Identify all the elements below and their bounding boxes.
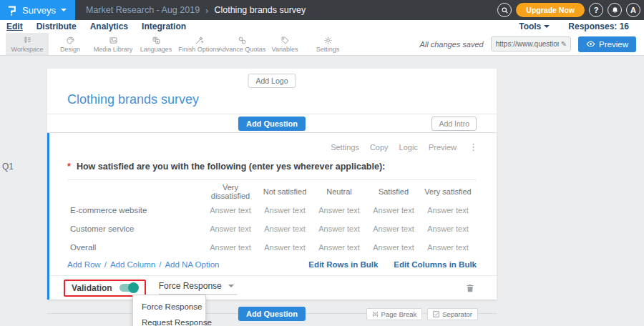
separator-label: Separator [442, 310, 472, 318]
survey-title[interactable]: Clothing brands survey [67, 92, 199, 107]
answer-cell[interactable]: Answer text [421, 224, 475, 233]
survey-url-field: ✎ [491, 36, 571, 51]
toolbar-item-languages[interactable]: Languages [135, 33, 177, 55]
question-number: Q1 [2, 162, 14, 172]
validation-row: Validation Force Response [49, 275, 497, 300]
top-bar: Surveys Market Research - Aug 2019 › Clo… [0, 0, 644, 20]
upgrade-now-button[interactable]: Upgrade Now [516, 3, 585, 17]
toolbar-item-finish-options[interactable]: Finish Options [177, 33, 220, 55]
workspace-icon [23, 36, 32, 45]
column-header[interactable]: Very satisfied [421, 187, 475, 196]
questionpro-logo-icon [6, 5, 17, 16]
tab-distribute[interactable]: Distribute [36, 21, 77, 31]
add-logo-button[interactable]: Add Logo [248, 74, 296, 88]
answer-cell[interactable]: Answer text [421, 206, 475, 214]
search-button[interactable] [497, 3, 512, 17]
menu-item-request-response[interactable]: Request Response [133, 315, 205, 326]
answer-cell[interactable]: Answer text [203, 243, 258, 252]
add-row-link[interactable]: Add Row [67, 260, 101, 269]
preview-label: Preview [599, 40, 628, 49]
table-row: E-commerce website Answer text Answer te… [67, 201, 477, 219]
answer-cell[interactable]: Answer text [258, 224, 312, 233]
edit-columns-in-bulk-link[interactable]: Edit Columns in Bulk [394, 260, 477, 269]
tab-analytics[interactable]: Analytics [90, 21, 128, 31]
separator-button[interactable]: Separator [427, 308, 478, 320]
header-card-footer: Add Question Add Intro [47, 114, 497, 132]
chevron-down-icon [61, 9, 67, 11]
validation-toggle[interactable] [119, 284, 138, 292]
validation-dropdown-menu: Force Response Request Response [132, 295, 206, 326]
edit-url-icon[interactable]: ✎ [561, 40, 567, 48]
row-label[interactable]: Overall [67, 243, 203, 252]
question-settings-link[interactable]: Settings [331, 143, 359, 152]
page-break-button[interactable]: Page Break [366, 308, 423, 320]
add-question-button-bottom[interactable]: Add Question [238, 307, 306, 321]
question-text[interactable]: How satisfied are you with the following… [77, 162, 385, 172]
checkbox-checked-icon [433, 311, 439, 317]
tools-menu[interactable]: Tools [519, 21, 550, 31]
question-preview-link[interactable]: Preview [429, 143, 457, 152]
answer-cell[interactable]: Answer text [312, 206, 366, 214]
answer-cell[interactable]: Answer text [258, 243, 312, 252]
add-intro-button[interactable]: Add Intro [431, 117, 477, 131]
preview-button[interactable]: Preview [578, 36, 636, 52]
delete-question-button[interactable] [465, 283, 475, 293]
answer-cell[interactable]: Answer text [366, 206, 421, 214]
main-nav: Edit Distribute Analytics Integration To… [0, 20, 644, 33]
survey-editor-screen: Surveys Market Research - Aug 2019 › Clo… [0, 0, 644, 326]
toolbar-item-variables[interactable]: Variables [263, 33, 306, 55]
toolbar-item-advance-quotas[interactable]: Advance Quotas [220, 33, 263, 55]
toolbar-item-media-library[interactable]: Media Library [92, 33, 135, 55]
answer-cell[interactable]: Answer text [421, 243, 475, 252]
column-header[interactable]: Not satisfied [258, 187, 312, 196]
finish-options-icon [195, 36, 204, 45]
breadcrumb-current: Clothing brands survey [214, 5, 306, 15]
toolbar-item-workspace[interactable]: Workspace [6, 33, 49, 55]
breadcrumb-parent[interactable]: Market Research - Aug 2019 [86, 5, 200, 15]
responses-count[interactable]: Responses: 16 [568, 21, 629, 31]
surveys-menu-button[interactable]: Surveys [0, 0, 75, 20]
answer-cell[interactable]: Answer text [366, 243, 421, 252]
surveys-label: Surveys [22, 5, 56, 16]
add-column-link[interactable]: Add Column [110, 260, 155, 269]
survey-canvas: Q1 Add Logo Clothing brands survey Add Q… [0, 56, 644, 326]
avatar[interactable]: A [626, 3, 640, 17]
answer-cell[interactable]: Answer text [203, 206, 258, 214]
matrix-header-row: Very dissatisfied Not satisfied Neutral … [67, 182, 477, 201]
answer-cell[interactable]: Answer text [258, 206, 312, 214]
answer-cell[interactable]: Answer text [312, 243, 366, 252]
languages-icon [152, 36, 161, 45]
answer-cell[interactable]: Answer text [203, 224, 258, 233]
help-button[interactable]: ? [589, 3, 603, 17]
tab-edit[interactable]: Edit [6, 21, 23, 31]
link-separator: / [104, 260, 107, 269]
page-break-label: Page Break [381, 310, 417, 318]
notifications-button[interactable] [608, 3, 622, 17]
validation-type-dropdown[interactable]: Force Response [159, 281, 237, 295]
bell-icon [611, 6, 619, 14]
column-header[interactable]: Very dissatisfied [203, 183, 258, 200]
toolbar-item-label: Media Library [94, 46, 133, 53]
edit-rows-in-bulk-link[interactable]: Edit Rows in Bulk [308, 260, 378, 269]
question-logic-link[interactable]: Logic [399, 143, 418, 152]
toolbar-item-settings[interactable]: Settings [306, 33, 349, 55]
question-copy-link[interactable]: Copy [370, 143, 389, 152]
survey-url-input[interactable] [496, 40, 559, 48]
more-options-icon[interactable]: ⋮ [469, 142, 478, 152]
row-label[interactable]: Customer service [67, 224, 203, 233]
menu-item-force-response[interactable]: Force Response [133, 299, 205, 315]
toolbar-item-label: Variables [272, 46, 298, 53]
answer-cell[interactable]: Answer text [312, 224, 366, 233]
link-separator: / [159, 260, 161, 269]
column-header[interactable]: Neutral [312, 187, 366, 196]
eye-icon [586, 39, 595, 49]
answer-cell[interactable]: Answer text [366, 224, 421, 233]
add-na-option-link[interactable]: Add NA Option [165, 260, 219, 269]
tab-integration[interactable]: Integration [142, 21, 186, 31]
question-actions: Settings Copy Logic Preview ⋮ [49, 133, 497, 152]
add-question-button-top[interactable]: Add Question [238, 117, 306, 131]
chevron-down-icon [228, 285, 234, 287]
toolbar-item-design[interactable]: Design [49, 33, 92, 55]
column-header[interactable]: Satisfied [366, 187, 421, 196]
row-label[interactable]: E-commerce website [67, 206, 203, 214]
